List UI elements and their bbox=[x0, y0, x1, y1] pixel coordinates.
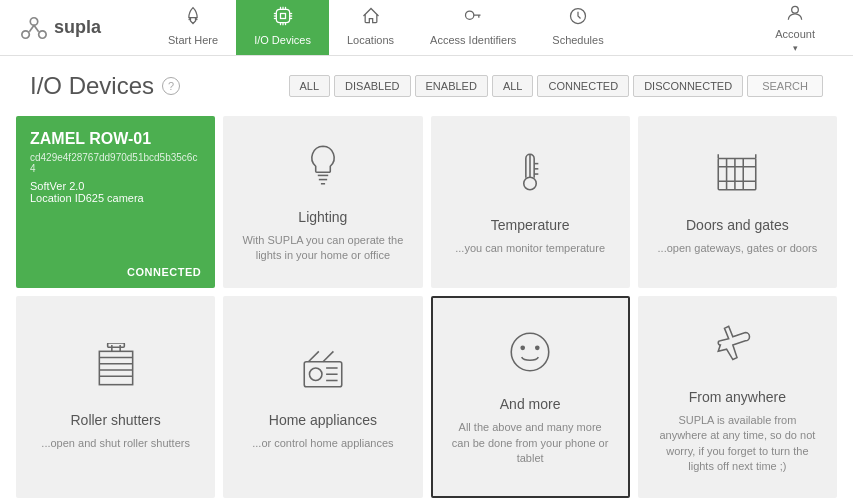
account-icon bbox=[785, 3, 805, 25]
card-appliances-desc: ...or control home appliances bbox=[252, 436, 393, 451]
nav-label-locations: Locations bbox=[347, 34, 394, 46]
device-location: Location ID625 camera bbox=[30, 192, 201, 204]
account-label: Account bbox=[775, 28, 815, 40]
nav-items: Start Here I/O Devices bbox=[150, 0, 757, 55]
card-lighting-desc: With SUPLA you can operate the lights in… bbox=[239, 233, 406, 264]
card-temperature-desc: ...you can monitor temperature bbox=[455, 241, 605, 256]
device-name: ZAMEL ROW-01 bbox=[30, 130, 201, 148]
card-doors-desc: ...open gateways, gates or doors bbox=[658, 241, 818, 256]
radio-icon bbox=[298, 343, 348, 400]
svg-point-26 bbox=[524, 177, 537, 190]
svg-point-47 bbox=[309, 368, 322, 381]
nav-label-schedules: Schedules bbox=[552, 34, 603, 46]
search-button[interactable]: SEARCH bbox=[747, 75, 823, 97]
card-temperature[interactable]: Temperature ...you can monitor temperatu… bbox=[431, 116, 630, 288]
help-icon[interactable]: ? bbox=[162, 77, 180, 95]
svg-point-53 bbox=[536, 347, 539, 350]
rocket-icon bbox=[183, 6, 203, 31]
device-id: cd429e4f28767dd970d51bcd5b35c6c4 bbox=[30, 152, 201, 174]
plane-icon bbox=[712, 320, 762, 377]
chip-icon bbox=[273, 6, 293, 31]
card-lighting-title: Lighting bbox=[298, 209, 347, 225]
logo[interactable]: supla bbox=[20, 14, 120, 42]
navbar: supla Start Here bbox=[0, 0, 853, 56]
svg-rect-45 bbox=[107, 343, 124, 347]
device-status: CONNECTED bbox=[30, 266, 201, 278]
card-temperature-title: Temperature bbox=[491, 217, 570, 233]
clock-icon bbox=[568, 6, 588, 31]
filter-connected-btn[interactable]: CONNECTED bbox=[537, 75, 629, 97]
card-appliances[interactable]: Home appliances ...or control home appli… bbox=[223, 296, 422, 499]
svg-point-22 bbox=[792, 6, 799, 13]
svg-point-52 bbox=[521, 347, 524, 350]
card-roller-title: Roller shutters bbox=[70, 412, 160, 428]
cards-grid: ZAMEL ROW-01 cd429e4f28767dd970d51bcd5b3… bbox=[0, 116, 853, 502]
card-roller-desc: ...open and shut roller shutters bbox=[41, 436, 190, 451]
logo-label: supla bbox=[54, 17, 101, 38]
card-more-desc: All the above and many more can be done … bbox=[449, 420, 612, 466]
page-header: I/O Devices ? ALL DISABLED ENABLED ALL C… bbox=[0, 56, 853, 116]
svg-point-2 bbox=[39, 30, 46, 37]
shutter-icon bbox=[91, 343, 141, 400]
filter-all-btn[interactable]: ALL bbox=[289, 75, 331, 97]
nav-label-io-devices: I/O Devices bbox=[254, 34, 311, 46]
gate-icon bbox=[712, 148, 762, 205]
card-anywhere-title: From anywhere bbox=[689, 389, 786, 405]
card-anywhere-desc: SUPLA is available from anywhere at any … bbox=[654, 413, 821, 475]
card-more-title: And more bbox=[500, 396, 561, 412]
svg-rect-38 bbox=[99, 351, 132, 384]
filter-all2-btn[interactable]: ALL bbox=[492, 75, 534, 97]
nav-item-start-here[interactable]: Start Here bbox=[150, 0, 236, 55]
thermometer-icon bbox=[505, 148, 555, 205]
card-doors-title: Doors and gates bbox=[686, 217, 789, 233]
svg-point-20 bbox=[466, 11, 474, 19]
card-lighting[interactable]: Lighting With SUPLA you can operate the … bbox=[223, 116, 422, 288]
nav-item-access-identifiers[interactable]: Access Identifiers bbox=[412, 0, 534, 55]
home-icon bbox=[361, 6, 381, 31]
device-version: SoftVer 2.0 bbox=[30, 180, 201, 192]
filter-bar: ALL DISABLED ENABLED ALL CONNECTED DISCO… bbox=[289, 75, 823, 97]
nav-item-schedules[interactable]: Schedules bbox=[534, 0, 621, 55]
chevron-down-icon: ▾ bbox=[793, 43, 798, 53]
card-more[interactable]: And more All the above and many more can… bbox=[431, 296, 630, 499]
device-card[interactable]: ZAMEL ROW-01 cd429e4f28767dd970d51bcd5b3… bbox=[16, 116, 215, 288]
nav-item-io-devices[interactable]: I/O Devices bbox=[236, 0, 329, 55]
nav-item-account[interactable]: Account ▾ bbox=[757, 3, 833, 53]
svg-line-4 bbox=[34, 25, 39, 32]
nav-label-access-identifiers: Access Identifiers bbox=[430, 34, 516, 46]
svg-point-1 bbox=[22, 30, 29, 37]
svg-point-51 bbox=[511, 334, 549, 372]
key-icon bbox=[463, 6, 483, 31]
filter-disconnected-btn[interactable]: DISCONNECTED bbox=[633, 75, 743, 97]
nav-label-start-here: Start Here bbox=[168, 34, 218, 46]
svg-rect-7 bbox=[280, 14, 285, 19]
svg-line-3 bbox=[29, 25, 34, 32]
bulb-icon bbox=[298, 140, 348, 197]
nav-item-locations[interactable]: Locations bbox=[329, 0, 412, 55]
card-appliances-title: Home appliances bbox=[269, 412, 377, 428]
svg-point-0 bbox=[30, 17, 37, 24]
smile-icon bbox=[505, 327, 555, 384]
card-roller[interactable]: Roller shutters ...open and shut roller … bbox=[16, 296, 215, 499]
card-anywhere[interactable]: From anywhere SUPLA is available from an… bbox=[638, 296, 837, 499]
svg-rect-30 bbox=[719, 158, 757, 189]
card-doors[interactable]: Doors and gates ...open gateways, gates … bbox=[638, 116, 837, 288]
filter-enabled-btn[interactable]: ENABLED bbox=[415, 75, 488, 97]
page-title: I/O Devices bbox=[30, 72, 154, 100]
filter-disabled-btn[interactable]: DISABLED bbox=[334, 75, 410, 97]
